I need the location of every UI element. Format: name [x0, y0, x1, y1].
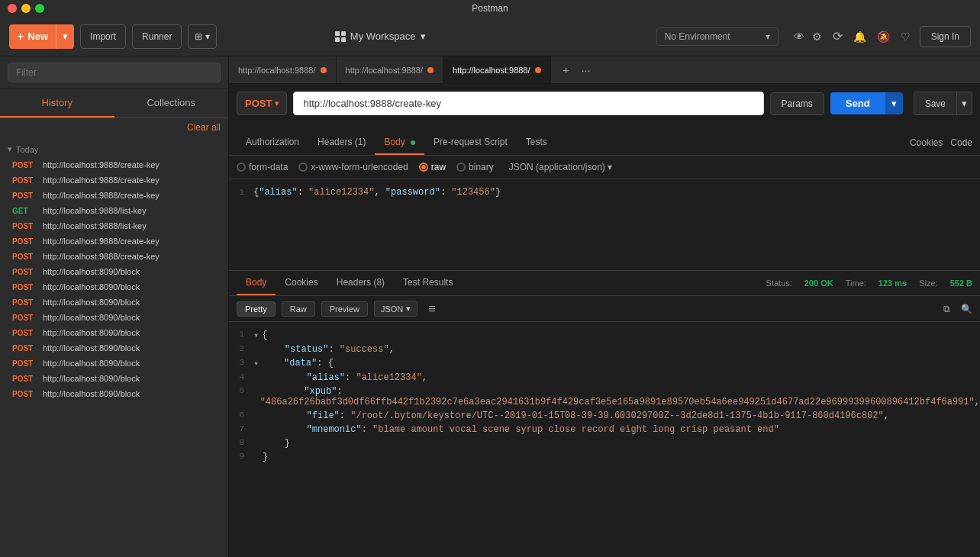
save-button[interactable]: Save [914, 92, 956, 115]
request-section-right: Cookies Code [910, 137, 972, 148]
url-input[interactable] [293, 92, 763, 115]
history-item[interactable]: POSThttp://localhost:8090/block [8, 279, 221, 295]
history-item[interactable]: POSThttp://localhost:8090/block [8, 356, 221, 371]
new-dropdown-arrow[interactable]: ▾ [56, 24, 74, 49]
section-tab-prerequest[interactable]: Pre-request Script [424, 130, 517, 155]
response-line: 1▾{ [229, 328, 980, 343]
close-button[interactable] [8, 4, 17, 13]
resp-tab-cookies[interactable]: Cookies [276, 271, 327, 295]
history-item[interactable]: POSThttp://localhost:8090/block [8, 340, 221, 356]
history-item[interactable]: POSThttp://localhost:8090/block [8, 386, 221, 401]
send-dropdown-button[interactable]: ▾ [885, 92, 903, 114]
fold-arrow[interactable]: ▾ [253, 358, 259, 369]
clear-all-button[interactable]: Clear all [187, 122, 221, 133]
maximize-button[interactable] [35, 4, 44, 13]
method-badge: POST [12, 314, 37, 322]
format-preview-button[interactable]: Preview [321, 301, 368, 317]
response-line: 8 } [229, 436, 980, 450]
fold-arrow[interactable]: ▾ [253, 330, 259, 341]
request-tab-1[interactable]: http://localhost:9888/ [229, 56, 337, 83]
resp-tab-body[interactable]: Body [237, 271, 276, 295]
tabs-overflow-button[interactable]: ··· [579, 63, 594, 78]
tab-dot-2 [427, 67, 434, 73]
body-type-raw[interactable]: raw [419, 162, 446, 172]
sidebar-tab-history[interactable]: History [0, 89, 114, 118]
section-tab-tests[interactable]: Tests [517, 130, 556, 155]
minimize-button[interactable] [21, 4, 31, 13]
new-button[interactable]: + New ▾ [9, 24, 74, 49]
history-item[interactable]: POSThttp://localhost:9888/list-key [8, 218, 221, 233]
size-value: 552 B [950, 278, 972, 288]
history-item[interactable]: GEThttp://localhost:9888/list-key [8, 203, 221, 218]
json-format-selector[interactable]: JSON (application/json) ▾ [509, 162, 612, 172]
body-type-binary[interactable]: binary [456, 162, 494, 172]
method-badge: POST [12, 375, 37, 383]
method-badge: POST [12, 344, 37, 353]
toolbar-right: No Environment ▾ 👁 ⚙ ⟳ 🔔 🔕 ♡ Sign In [656, 26, 971, 47]
history-item[interactable]: POSThttp://localhost:8090/block [8, 325, 221, 340]
eye-icon[interactable]: 👁 [792, 29, 806, 44]
history-item[interactable]: POSThttp://localhost:9888/create-key [8, 188, 221, 203]
runner-button[interactable]: Runner [132, 24, 182, 49]
request-tab-2[interactable]: http://localhost:9888/ [337, 56, 444, 83]
history-item[interactable]: POSThttp://localhost:9888/create-key [8, 157, 221, 172]
send-button[interactable]: Send [830, 92, 885, 114]
env-selector[interactable]: No Environment ▾ [656, 27, 779, 46]
sidebar-actions: Clear all [0, 118, 228, 137]
import-button[interactable]: Import [80, 24, 126, 49]
save-dropdown-button[interactable]: ▾ [956, 92, 972, 115]
code-line-1: 1 {"alias": "alice12334", "password": "1… [229, 185, 980, 199]
line-number: 8 [229, 438, 253, 449]
resp-tab-test-results[interactable]: Test Results [394, 271, 462, 295]
method-selector[interactable]: POST ▾ [237, 92, 287, 115]
radio-raw [419, 163, 428, 172]
copy-icon[interactable]: ⧉ [943, 304, 950, 314]
search-icon[interactable]: 🔍 [961, 304, 972, 314]
history-url: http://localhost:9888/create-key [43, 237, 160, 246]
format-pretty-button[interactable]: Pretty [237, 301, 276, 317]
notification-icon[interactable]: 🔔 [852, 29, 868, 44]
history-url: http://localhost:8090/block [43, 267, 140, 276]
body-type-formdata[interactable]: form-data [237, 162, 288, 172]
code-link[interactable]: Code [950, 137, 972, 148]
history-item[interactable]: POSThttp://localhost:9888/create-key [8, 249, 221, 264]
window-controls [8, 4, 44, 13]
heart-icon[interactable]: ♡ [899, 29, 912, 44]
search-input[interactable] [8, 63, 221, 82]
request-tab-3[interactable]: http://localhost:9888/ [443, 56, 551, 83]
app-title: Postman [472, 3, 508, 14]
extra-button[interactable]: ⊞ ▾ [188, 24, 216, 49]
history-item[interactable]: POSThttp://localhost:9888/create-key [8, 233, 221, 249]
bell-icon[interactable]: 🔕 [875, 29, 891, 44]
history-url: http://localhost:9888/list-key [43, 206, 147, 215]
history-item[interactable]: POSThttp://localhost:8090/block [8, 295, 221, 310]
wrap-lines-icon[interactable]: ≡ [428, 302, 435, 316]
section-tab-authorization[interactable]: Authorization [237, 130, 308, 155]
response-format-selector[interactable]: JSON ▾ [374, 301, 417, 317]
sync-icon[interactable]: ⟳ [831, 27, 844, 45]
response-line: 5 "xpub": "486a26f26babf3d0df66ffb442f1b… [229, 385, 980, 409]
cookies-link[interactable]: Cookies [910, 137, 943, 148]
env-chevron: ▾ [766, 31, 770, 42]
section-tab-body[interactable]: Body [375, 130, 424, 155]
section-tab-headers[interactable]: Headers (1) [308, 130, 375, 155]
request-body-editor[interactable]: 1 {"alias": "alice12334", "password": "1… [229, 179, 980, 271]
line-number: 5 [229, 386, 253, 407]
params-button[interactable]: Params [770, 92, 824, 115]
format-raw-button[interactable]: Raw [282, 301, 315, 317]
titlebar: Postman [0, 0, 980, 17]
line-number: 1 [229, 330, 253, 341]
history-item[interactable]: POSThttp://localhost:9888/create-key [8, 172, 221, 188]
add-tab-button[interactable]: + [560, 63, 572, 78]
sign-in-button[interactable]: Sign In [920, 26, 971, 47]
history-item[interactable]: POSThttp://localhost:8090/block [8, 310, 221, 325]
workspace-selector[interactable]: My Workspace ▾ [335, 31, 426, 42]
body-type-urlencoded[interactable]: x-www-form-urlencoded [298, 162, 408, 172]
settings-icon[interactable]: ⚙ [811, 29, 824, 44]
resp-tab-headers[interactable]: Headers (8) [327, 271, 394, 295]
history-item[interactable]: POSThttp://localhost:8090/block [8, 371, 221, 386]
sidebar-tab-collections[interactable]: Collections [114, 89, 229, 118]
body-type-tabs: form-data x-www-form-urlencoded raw bina… [229, 156, 980, 179]
history-item[interactable]: POSThttp://localhost:8090/block [8, 264, 221, 279]
tab-dot-3 [535, 67, 541, 73]
